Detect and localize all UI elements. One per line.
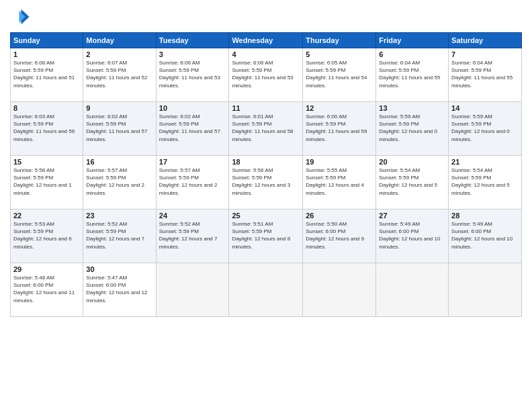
day-cell: 12Sunrise: 6:00 AM Sunset: 5:59 PM Dayli… xyxy=(303,102,376,156)
weekday-sunday: Sunday xyxy=(11,33,83,48)
day-cell xyxy=(303,263,376,317)
day-info: Sunrise: 6:03 AM Sunset: 5:59 PM Dayligh… xyxy=(13,113,80,143)
day-cell xyxy=(229,263,303,317)
day-info: Sunrise: 5:56 AM Sunset: 5:59 PM Dayligh… xyxy=(232,167,300,197)
day-info: Sunrise: 5:53 AM Sunset: 5:59 PM Dayligh… xyxy=(13,220,80,250)
day-cell: 24Sunrise: 5:52 AM Sunset: 5:59 PM Dayli… xyxy=(156,210,229,263)
day-number: 10 xyxy=(159,104,226,112)
day-cell xyxy=(376,263,449,317)
day-number: 21 xyxy=(451,158,519,166)
day-info: Sunrise: 6:06 AM Sunset: 5:59 PM Dayligh… xyxy=(232,59,300,89)
day-number: 16 xyxy=(86,158,152,166)
day-cell: 13Sunrise: 5:59 AM Sunset: 5:59 PM Dayli… xyxy=(376,102,449,156)
day-cell: 15Sunrise: 5:58 AM Sunset: 5:59 PM Dayli… xyxy=(11,156,83,210)
calendar: SundayMondayTuesdayWednesdayThursdayFrid… xyxy=(10,32,522,317)
day-info: Sunrise: 5:50 AM Sunset: 6:00 PM Dayligh… xyxy=(306,220,373,250)
day-info: Sunrise: 5:57 AM Sunset: 5:59 PM Dayligh… xyxy=(159,167,226,197)
day-info: Sunrise: 6:04 AM Sunset: 5:59 PM Dayligh… xyxy=(451,59,519,89)
header xyxy=(10,7,522,27)
day-number: 13 xyxy=(379,104,445,112)
day-number: 8 xyxy=(13,104,80,112)
day-info: Sunrise: 5:49 AM Sunset: 6:00 PM Dayligh… xyxy=(379,220,445,250)
day-number: 25 xyxy=(232,212,300,220)
day-info: Sunrise: 5:52 AM Sunset: 5:59 PM Dayligh… xyxy=(159,220,226,250)
day-info: Sunrise: 5:47 AM Sunset: 6:00 PM Dayligh… xyxy=(86,274,152,304)
weekday-tuesday: Tuesday xyxy=(156,33,229,48)
day-cell: 11Sunrise: 6:01 AM Sunset: 5:59 PM Dayli… xyxy=(229,102,303,156)
day-cell: 22Sunrise: 5:53 AM Sunset: 5:59 PM Dayli… xyxy=(11,210,83,263)
day-number: 5 xyxy=(306,50,373,58)
day-cell: 20Sunrise: 5:54 AM Sunset: 5:59 PM Dayli… xyxy=(376,156,449,210)
day-cell: 10Sunrise: 6:02 AM Sunset: 5:59 PM Dayli… xyxy=(156,102,229,156)
day-info: Sunrise: 5:48 AM Sunset: 6:00 PM Dayligh… xyxy=(13,274,80,304)
day-info: Sunrise: 5:54 AM Sunset: 5:59 PM Dayligh… xyxy=(451,167,519,197)
day-cell: 4Sunrise: 6:06 AM Sunset: 5:59 PM Daylig… xyxy=(229,48,303,102)
day-info: Sunrise: 5:57 AM Sunset: 5:59 PM Dayligh… xyxy=(86,167,152,197)
day-number: 6 xyxy=(379,50,445,58)
day-number: 14 xyxy=(451,104,519,112)
day-cell: 8Sunrise: 6:03 AM Sunset: 5:59 PM Daylig… xyxy=(11,102,83,156)
day-number: 3 xyxy=(159,50,226,58)
day-number: 11 xyxy=(232,104,300,112)
day-number: 30 xyxy=(86,265,152,273)
day-info: Sunrise: 6:02 AM Sunset: 5:59 PM Dayligh… xyxy=(86,113,152,143)
day-cell: 2Sunrise: 6:07 AM Sunset: 5:59 PM Daylig… xyxy=(83,48,156,102)
day-cell xyxy=(156,263,229,317)
weekday-friday: Friday xyxy=(376,33,449,48)
day-info: Sunrise: 6:00 AM Sunset: 5:59 PM Dayligh… xyxy=(306,113,373,143)
day-number: 1 xyxy=(13,50,80,58)
day-info: Sunrise: 5:59 AM Sunset: 5:59 PM Dayligh… xyxy=(451,113,519,143)
day-number: 9 xyxy=(86,104,152,112)
day-cell: 19Sunrise: 5:55 AM Sunset: 5:59 PM Dayli… xyxy=(303,156,376,210)
day-cell: 6Sunrise: 6:04 AM Sunset: 5:59 PM Daylig… xyxy=(376,48,449,102)
weekday-wednesday: Wednesday xyxy=(229,33,303,48)
day-info: Sunrise: 6:06 AM Sunset: 5:59 PM Dayligh… xyxy=(159,59,226,89)
day-number: 22 xyxy=(13,212,80,220)
day-cell: 17Sunrise: 5:57 AM Sunset: 5:59 PM Dayli… xyxy=(156,156,229,210)
day-number: 24 xyxy=(159,212,226,220)
day-number: 28 xyxy=(451,212,519,220)
day-cell: 21Sunrise: 5:54 AM Sunset: 5:59 PM Dayli… xyxy=(449,156,522,210)
day-cell: 18Sunrise: 5:56 AM Sunset: 5:59 PM Dayli… xyxy=(229,156,303,210)
day-number: 20 xyxy=(379,158,445,166)
day-info: Sunrise: 5:55 AM Sunset: 5:59 PM Dayligh… xyxy=(306,167,373,197)
day-number: 26 xyxy=(306,212,373,220)
day-number: 27 xyxy=(379,212,445,220)
day-info: Sunrise: 6:07 AM Sunset: 5:59 PM Dayligh… xyxy=(86,59,152,89)
day-info: Sunrise: 6:01 AM Sunset: 5:59 PM Dayligh… xyxy=(232,113,300,143)
day-info: Sunrise: 6:04 AM Sunset: 5:59 PM Dayligh… xyxy=(379,59,445,89)
day-cell: 7Sunrise: 6:04 AM Sunset: 5:59 PM Daylig… xyxy=(449,48,522,102)
day-cell: 9Sunrise: 6:02 AM Sunset: 5:59 PM Daylig… xyxy=(83,102,156,156)
day-info: Sunrise: 5:52 AM Sunset: 5:59 PM Dayligh… xyxy=(86,220,152,250)
day-info: Sunrise: 5:51 AM Sunset: 5:59 PM Dayligh… xyxy=(232,220,300,250)
weekday-saturday: Saturday xyxy=(449,33,522,48)
day-info: Sunrise: 5:58 AM Sunset: 5:59 PM Dayligh… xyxy=(13,167,80,197)
logo-icon xyxy=(10,7,30,27)
week-row-2: 8Sunrise: 6:03 AM Sunset: 5:59 PM Daylig… xyxy=(11,102,522,156)
day-cell: 16Sunrise: 5:57 AM Sunset: 5:59 PM Dayli… xyxy=(83,156,156,210)
day-cell: 28Sunrise: 5:49 AM Sunset: 6:00 PM Dayli… xyxy=(449,210,522,263)
day-info: Sunrise: 5:59 AM Sunset: 5:59 PM Dayligh… xyxy=(379,113,445,143)
week-row-3: 15Sunrise: 5:58 AM Sunset: 5:59 PM Dayli… xyxy=(11,156,522,210)
day-info: Sunrise: 6:08 AM Sunset: 5:59 PM Dayligh… xyxy=(13,59,80,89)
weekday-header-row: SundayMondayTuesdayWednesdayThursdayFrid… xyxy=(11,33,522,48)
weekday-thursday: Thursday xyxy=(303,33,376,48)
day-cell: 3Sunrise: 6:06 AM Sunset: 5:59 PM Daylig… xyxy=(156,48,229,102)
day-number: 19 xyxy=(306,158,373,166)
day-number: 2 xyxy=(86,50,152,58)
day-number: 23 xyxy=(86,212,152,220)
day-cell: 1Sunrise: 6:08 AM Sunset: 5:59 PM Daylig… xyxy=(11,48,83,102)
page: SundayMondayTuesdayWednesdayThursdayFrid… xyxy=(0,0,532,411)
day-info: Sunrise: 5:54 AM Sunset: 5:59 PM Dayligh… xyxy=(379,167,445,197)
week-row-4: 22Sunrise: 5:53 AM Sunset: 5:59 PM Dayli… xyxy=(11,210,522,263)
day-cell: 14Sunrise: 5:59 AM Sunset: 5:59 PM Dayli… xyxy=(449,102,522,156)
day-number: 15 xyxy=(13,158,80,166)
day-info: Sunrise: 5:49 AM Sunset: 6:00 PM Dayligh… xyxy=(451,220,519,250)
day-cell: 27Sunrise: 5:49 AM Sunset: 6:00 PM Dayli… xyxy=(376,210,449,263)
day-cell: 23Sunrise: 5:52 AM Sunset: 5:59 PM Dayli… xyxy=(83,210,156,263)
day-number: 18 xyxy=(232,158,300,166)
day-number: 7 xyxy=(451,50,519,58)
day-cell xyxy=(449,263,522,317)
day-number: 4 xyxy=(232,50,300,58)
day-number: 17 xyxy=(159,158,226,166)
